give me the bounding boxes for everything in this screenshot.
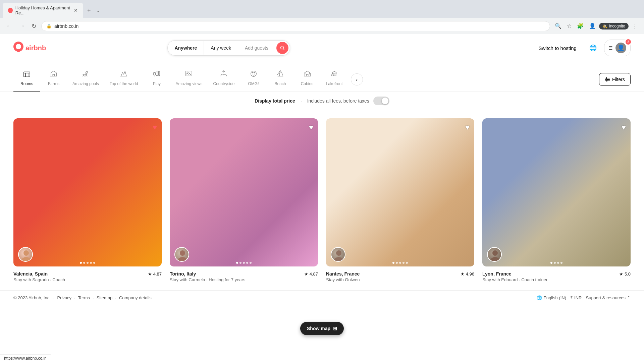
listing-rating-4: ★ 5.0 — [619, 272, 631, 277]
favorite-button-3[interactable]: ♥ — [465, 123, 470, 132]
dots-indicator-4 — [550, 262, 562, 264]
star-icon-2: ★ — [304, 272, 308, 277]
category-lakefront-label: Lakefront — [326, 81, 343, 86]
listing-image-2: ♥ — [170, 118, 318, 266]
hamburger-icon: ☰ — [608, 45, 613, 51]
top-of-world-icon — [120, 70, 127, 79]
svg-rect-16 — [306, 74, 308, 76]
footer-right: 🌐 English (IN) ₹ INR Support & resources… — [537, 295, 631, 300]
svg-point-13 — [252, 72, 253, 73]
footer-company-link[interactable]: Company details — [119, 295, 152, 300]
active-tab[interactable]: Holiday Homes & Apartment Re... ✕ — [3, 3, 83, 18]
svg-point-30 — [490, 257, 500, 262]
category-countryside[interactable]: Countryside — [208, 67, 240, 92]
forward-button[interactable]: → — [17, 21, 27, 31]
omg-icon — [250, 70, 257, 79]
switch-to-hosting-button[interactable]: Switch to hosting — [533, 42, 582, 54]
chevron-up-icon: ⌃ — [627, 295, 631, 300]
total-price-toggle[interactable] — [373, 97, 389, 105]
extensions-button[interactable]: 🧩 — [575, 21, 586, 31]
category-rooms-label: Rooms — [20, 81, 33, 86]
footer-sitemap-link[interactable]: Sitemap — [97, 295, 113, 300]
footer-currency[interactable]: ₹ INR — [570, 295, 582, 300]
filters-button[interactable]: Filters — [599, 73, 631, 86]
svg-rect-1 — [24, 72, 30, 77]
favorite-button-2[interactable]: ♥ — [309, 123, 313, 132]
listing-meta-4: Lyon, France ★ 5.0 — [482, 271, 631, 277]
footer-support[interactable]: Support & resources ⌃ — [586, 295, 631, 300]
browser-more-button[interactable]: ⋮ — [630, 21, 640, 31]
listing-card-2[interactable]: ♥ Torino, Italy ★ 4.87 — [170, 118, 318, 282]
listing-desc-3: Stay with Golwen — [326, 277, 474, 282]
category-nav-next[interactable]: › — [351, 73, 363, 85]
language-button[interactable]: 🌐 — [586, 41, 600, 55]
category-beach[interactable]: Beach — [267, 67, 294, 92]
svg-rect-8 — [159, 71, 160, 75]
location-search[interactable]: Anywhere — [168, 41, 204, 55]
svg-point-11 — [187, 72, 189, 73]
listing-location-4: Lyon, France — [482, 271, 512, 277]
svg-point-25 — [180, 250, 185, 256]
footer-terms-link[interactable]: Terms — [78, 295, 90, 300]
category-play[interactable]: Play — [143, 67, 170, 92]
dots-indicator-1 — [80, 262, 95, 264]
dot-1-1 — [80, 262, 82, 264]
address-bar[interactable]: 🔒 airbnb.co.in — [41, 21, 550, 31]
listing-card-1[interactable]: ♥ Valencia, Spain ★ 4.87 — [13, 118, 162, 282]
svg-point-7 — [157, 75, 158, 76]
price-banner-subtitle: Includes all fees, before taxes — [307, 98, 369, 104]
host-avatar-3 — [331, 247, 345, 262]
new-tab-button[interactable]: + — [85, 6, 94, 15]
category-top-of-world[interactable]: Top of the world — [104, 67, 144, 92]
category-nav: Rooms Farms Amazing pools — [0, 62, 644, 92]
favorite-button-1[interactable]: ♥ — [153, 123, 157, 132]
tab-overflow-chevron[interactable]: ⌄ — [95, 6, 102, 14]
star-icon-3: ★ — [461, 272, 465, 277]
category-lakefront[interactable]: Lakefront — [321, 67, 348, 92]
reload-button[interactable]: ↻ — [30, 21, 39, 31]
tab-close-button[interactable]: ✕ — [74, 8, 78, 13]
logo[interactable]: airbnb — [13, 42, 46, 55]
listing-meta-1: Valencia, Spain ★ 4.87 — [13, 271, 162, 277]
logo-icon — [13, 42, 23, 55]
host-avatar-4 — [487, 247, 502, 262]
category-farms[interactable]: Farms — [40, 67, 67, 92]
category-cabins[interactable]: Cabins — [294, 67, 321, 92]
listing-card-3[interactable]: ♥ Nantes, France ★ 4.96 — [326, 118, 474, 282]
profile-menu-button[interactable]: ☰ 👤 2 — [604, 40, 631, 56]
dot-4-4 — [560, 262, 562, 264]
dot-1-5 — [93, 262, 95, 264]
dot-3-2 — [396, 262, 398, 264]
category-beach-label: Beach — [274, 81, 286, 86]
dot-3-1 — [392, 262, 394, 264]
category-omg[interactable]: OMG! — [240, 67, 267, 92]
svg-point-28 — [334, 257, 343, 262]
tab-bar: Holiday Homes & Apartment Re... ✕ + ⌄ — [0, 0, 644, 18]
footer-language[interactable]: 🌐 English (IN) — [537, 295, 566, 300]
listing-card-4[interactable]: ♥ Lyon, France ★ 5.0 — [482, 118, 631, 282]
svg-point-21 — [607, 79, 608, 80]
favorite-button-4[interactable]: ♥ — [622, 123, 626, 132]
footer-currency-text: INR — [574, 295, 582, 300]
date-search[interactable]: Any week — [204, 41, 238, 55]
incognito-label: Incognito — [609, 24, 625, 28]
back-button[interactable]: ← — [4, 21, 14, 31]
profile-sync-button[interactable]: 👤 — [587, 21, 598, 31]
dot-1-2 — [83, 262, 85, 264]
dot-3-5 — [406, 262, 408, 264]
heart-icon-1: ♥ — [153, 123, 157, 131]
rupee-icon: ₹ — [570, 295, 573, 300]
listing-location-1: Valencia, Spain — [13, 271, 48, 277]
dot-2-2 — [239, 262, 241, 264]
lens-button[interactable]: 🔍 — [553, 21, 564, 31]
category-rooms[interactable]: Rooms — [13, 67, 40, 92]
category-amazing-pools[interactable]: Amazing pools — [67, 67, 104, 92]
category-amazing-views[interactable]: Amazing views — [170, 67, 208, 92]
guests-search[interactable]: Add guests — [238, 41, 275, 55]
footer-privacy-link[interactable]: Privacy — [57, 295, 71, 300]
bookmark-button[interactable]: ☆ — [565, 21, 574, 31]
search-bar: Anywhere Any week Add guests — [167, 40, 290, 56]
incognito-badge: 🕵 Incognito — [599, 23, 629, 29]
search-button[interactable] — [276, 42, 288, 54]
svg-point-14 — [254, 72, 255, 73]
